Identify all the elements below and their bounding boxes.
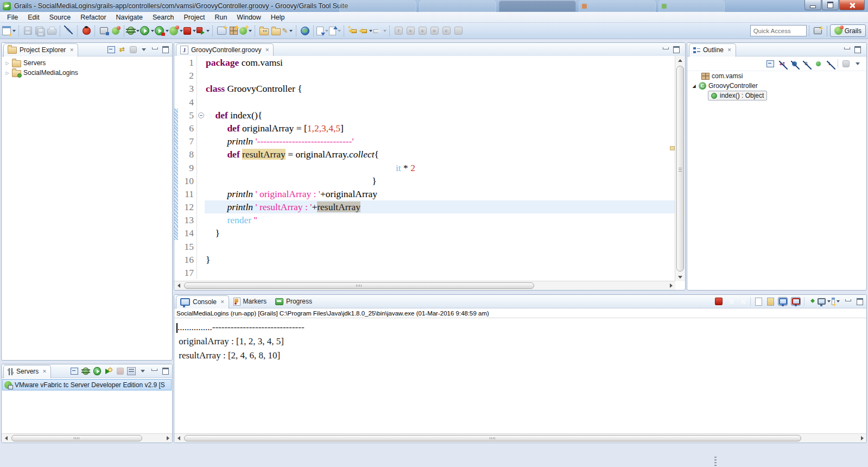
- debug-last-button[interactable]: [80, 24, 92, 37]
- outline-tab[interactable]: Outline ✕: [689, 43, 736, 57]
- minimize-button[interactable]: [661, 46, 670, 53]
- expander-icon[interactable]: ▷: [5, 61, 10, 66]
- scrollbar-thumb[interactable]: [11, 435, 142, 441]
- debug-server-button[interactable]: [81, 367, 90, 375]
- start-server-button[interactable]: [93, 367, 102, 375]
- code-text[interactable]: class GroovyController {: [205, 82, 675, 95]
- show-stdout-button[interactable]: [778, 297, 788, 306]
- code-text[interactable]: println ' resultArray : '+resultArray: [205, 200, 675, 213]
- code-line[interactable]: 4: [174, 96, 675, 109]
- fold-column[interactable]: [197, 82, 205, 95]
- close-icon[interactable]: ✕: [220, 299, 225, 305]
- fold-column[interactable]: [197, 161, 205, 174]
- outline-item-package[interactable]: com.vamsi: [687, 71, 866, 81]
- open-console-button[interactable]: [832, 298, 840, 305]
- fold-column[interactable]: [197, 135, 205, 148]
- selected-method[interactable]: index() : Object: [708, 91, 767, 100]
- show-stderr-button[interactable]: [791, 297, 801, 306]
- scroll-right-button[interactable]: [667, 281, 675, 290]
- fold-column[interactable]: [197, 187, 205, 200]
- overview-occurrence-marker[interactable]: [670, 146, 675, 150]
- last-edit-location-button[interactable]: [347, 24, 359, 37]
- menu-project[interactable]: Project: [179, 12, 210, 22]
- debug-button[interactable]: [127, 24, 140, 37]
- code-line[interactable]: 14 }: [174, 226, 675, 239]
- fold-column[interactable]: [197, 148, 205, 161]
- skip-s2-button[interactable]: s: [416, 24, 428, 37]
- run-configurations-button[interactable]: [98, 24, 110, 37]
- menu-search[interactable]: Search: [148, 12, 179, 22]
- console-tab[interactable]: Console ✕: [176, 295, 229, 309]
- code-text[interactable]: }: [205, 174, 675, 187]
- maximize-button[interactable]: [853, 46, 862, 53]
- server-list-item[interactable]: VMware vFabric tc Server Developer Editi…: [2, 379, 172, 390]
- code-text[interactable]: render '': [205, 213, 675, 226]
- use-step-filters-button[interactable]: f: [392, 24, 404, 37]
- code-text[interactable]: [205, 240, 675, 253]
- pin-console-button[interactable]: [808, 298, 816, 305]
- previous-annotation-button[interactable]: [329, 24, 341, 37]
- code-line[interactable]: 10 }: [174, 174, 675, 187]
- scroll-lock-button[interactable]: [766, 298, 775, 305]
- close-icon[interactable]: ✕: [727, 47, 732, 53]
- code-text[interactable]: def originalArray = [1,2,3,4,5]: [205, 122, 675, 135]
- grails-refresh-button[interactable]: [110, 24, 122, 37]
- groovy-console-button[interactable]: [239, 24, 252, 37]
- progress-tab[interactable]: Progress: [271, 298, 316, 305]
- console-output-line[interactable]: ...............-------------------------…: [176, 320, 866, 335]
- window-close-button[interactable]: [839, 0, 865, 10]
- expander-icon[interactable]: ◢: [692, 84, 696, 89]
- project-explorer-tab[interactable]: Project Explorer ✕: [3, 43, 78, 57]
- back-button[interactable]: [359, 24, 373, 37]
- menu-edit[interactable]: Edit: [23, 12, 45, 22]
- code-line[interactable]: 11 println ' originalArray : '+originalA…: [174, 187, 675, 200]
- save-all-button[interactable]: [34, 24, 46, 37]
- link-with-editor-button[interactable]: ⇄: [118, 46, 126, 53]
- clear-console-button[interactable]: [754, 298, 763, 305]
- window-restore-button[interactable]: [822, 0, 839, 10]
- scroll-left-button[interactable]: [174, 281, 183, 290]
- skip-c-button[interactable]: c: [440, 24, 452, 37]
- terminate-button[interactable]: [714, 298, 723, 305]
- scrollbar-thumb[interactable]: [184, 282, 534, 289]
- close-icon[interactable]: ✕: [265, 47, 269, 53]
- collapse-all-button[interactable]: [107, 46, 116, 53]
- view-menu-button[interactable]: [138, 367, 147, 375]
- code-text[interactable]: [205, 96, 675, 109]
- menu-file[interactable]: File: [2, 12, 23, 22]
- outline-item-class[interactable]: ◢ GroovyController: [687, 81, 866, 91]
- open-web-browser-button[interactable]: [299, 24, 311, 37]
- scroll-down-button[interactable]: [676, 273, 685, 281]
- tree-item-servers[interactable]: ▷ Servers: [2, 58, 172, 68]
- servers-horizontal-scrollbar[interactable]: [2, 433, 172, 443]
- code-line[interactable]: 16}: [174, 253, 675, 266]
- fold-column[interactable]: [197, 226, 205, 239]
- scroll-left-button[interactable]: [174, 434, 183, 443]
- forward-button[interactable]: [373, 24, 387, 37]
- collapse-all-button[interactable]: [766, 60, 775, 67]
- minimize-button[interactable]: [842, 46, 851, 53]
- terminate-button[interactable]: [183, 24, 197, 37]
- code-line[interactable]: 8 def resultArray = originalArray.collec…: [174, 148, 675, 161]
- print-button[interactable]: [46, 24, 58, 37]
- display-console-button[interactable]: [820, 298, 828, 305]
- scroll-up-button[interactable]: [676, 56, 685, 65]
- menu-run[interactable]: Run: [210, 12, 232, 22]
- code-line[interactable]: 3class GroovyController {: [174, 82, 675, 95]
- new-wizard-button[interactable]: [2, 24, 16, 37]
- fold-column[interactable]: [197, 200, 205, 213]
- editor-tab-groovycontroller[interactable]: J GroovyController.groovy ✕: [176, 43, 274, 57]
- relaunch-button[interactable]: [197, 24, 210, 37]
- scroll-right-button[interactable]: [163, 434, 172, 443]
- stop-server-button[interactable]: [116, 367, 124, 375]
- scroll-left-button[interactable]: [2, 434, 10, 443]
- skip-s1-button[interactable]: s: [404, 24, 416, 37]
- code-line[interactable]: 17: [174, 266, 675, 279]
- fold-column[interactable]: [197, 213, 205, 226]
- grails-perspective-button[interactable]: Grails: [830, 24, 866, 37]
- console-output-line[interactable]: originalArray : [1, 2, 3, 4, 5]: [176, 335, 866, 349]
- console-output-line[interactable]: resultArray : [2, 4, 6, 8, 10]: [176, 349, 866, 363]
- tree-item-socialmedialogins[interactable]: ▷ SocialMediaLogins: [2, 68, 172, 78]
- code-text[interactable]: [205, 266, 675, 279]
- code-line[interactable]: 12 println ' resultArray : '+resultArray: [174, 200, 675, 213]
